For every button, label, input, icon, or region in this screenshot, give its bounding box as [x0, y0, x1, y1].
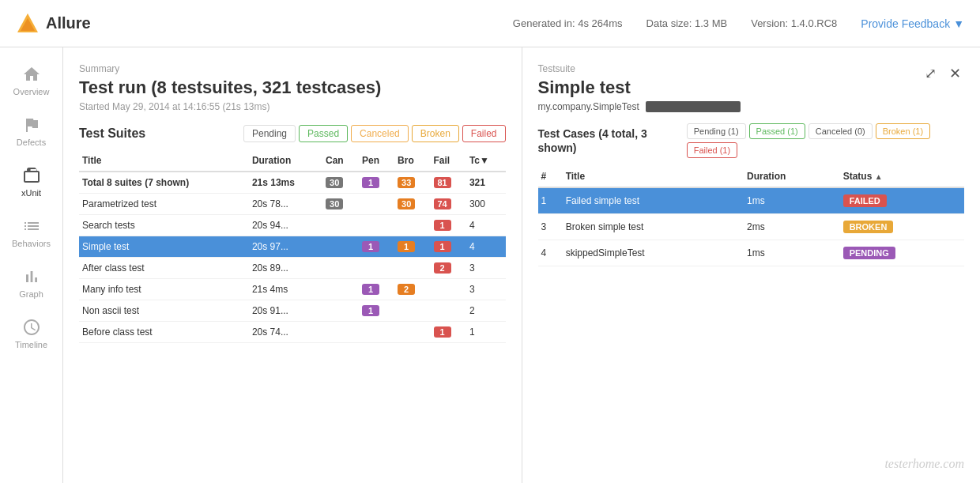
suites-title: Test Suites [79, 126, 145, 141]
col-tc: Tc▼ [466, 150, 506, 172]
suite-title[interactable]: After class test [79, 258, 249, 279]
test-cases-table: # Title Duration Status ▲ 1Failed simple… [538, 166, 965, 266]
clock-icon [22, 318, 41, 337]
filter-broken-btn[interactable]: Broken [412, 125, 459, 142]
allure-logo-icon [16, 12, 40, 36]
right-title-section: Testsuite Simple test my.company.SimpleT… [538, 63, 741, 123]
suite-pen: 1 [359, 236, 394, 258]
content-area: Summary Test run (8 testsuites, 321 test… [63, 47, 980, 483]
col-can: Can [322, 150, 359, 172]
suite-fail: 1 [431, 215, 466, 236]
right-filter-broken-btn[interactable]: Broken (1) [876, 123, 930, 139]
list-icon [22, 217, 41, 236]
data-size: Data size: 1.3 MB [646, 17, 728, 29]
suite-tc: 300 [466, 194, 506, 215]
suite-fail [431, 279, 466, 300]
tc-num: 1 [538, 187, 563, 214]
suite-tc: 3 [466, 279, 506, 300]
col-tc-title: Title [563, 166, 744, 187]
right-panel: Testsuite Simple test my.company.SimpleT… [522, 47, 981, 483]
suite-fail: 81 [431, 172, 466, 194]
right-filter-canceled-btn[interactable]: Canceled (0) [808, 123, 873, 139]
sidebar-item-overview[interactable]: Overview [0, 55, 62, 106]
suites-header: Test Suites Pending Passed Canceled Brok… [79, 125, 506, 142]
suite-duration: 20s 89... [249, 258, 322, 279]
col-duration: Duration [249, 150, 322, 172]
suite-tc: 321 [466, 172, 506, 194]
run-started: Started May 29, 2014 at 14:16:55 (21s 13… [79, 101, 506, 112]
suite-pen [359, 258, 394, 279]
suite-bro [394, 215, 430, 236]
suite-bro: 1 [394, 236, 430, 258]
right-panel-actions: ⤢ ✕ [922, 63, 964, 84]
subtitle-bar [646, 101, 741, 112]
suite-can [322, 258, 359, 279]
run-title: Test run (8 testsuites, 321 testcases) [79, 77, 506, 98]
version: Version: 1.4.0.RC8 [751, 17, 837, 29]
right-filter-pending-btn[interactable]: Pending (1) [687, 123, 746, 139]
suite-title[interactable]: Simple test [79, 236, 249, 258]
summary-label: Summary [79, 63, 506, 74]
suite-pen: 1 [359, 279, 394, 300]
suite-bro [394, 322, 430, 343]
suite-duration: 20s 74... [249, 322, 322, 343]
suite-fail [431, 300, 466, 322]
suite-title[interactable]: Non ascii test [79, 300, 249, 322]
suite-can [322, 215, 359, 236]
watermark: testerhome.com [884, 457, 964, 471]
right-header: Testsuite Simple test my.company.SimpleT… [538, 63, 965, 123]
expand-btn[interactable]: ⤢ [922, 63, 940, 84]
suite-title[interactable]: Parametrized test [79, 194, 249, 215]
right-filter-failed-btn[interactable]: Failed (1) [687, 142, 737, 158]
suites-table: Title Duration Can Pen Bro Fail Tc▼ Tota… [79, 150, 506, 343]
suite-title[interactable]: Total 8 suites (7 shown) [79, 172, 249, 194]
suite-duration: 20s 94... [249, 215, 322, 236]
close-btn[interactable]: ✕ [946, 63, 964, 84]
suite-tc: 1 [466, 322, 506, 343]
tc-num: 3 [538, 214, 563, 240]
sidebar-item-xunit[interactable]: xUnit [0, 157, 62, 207]
tc-title[interactable]: skippedSimpleTest [563, 240, 744, 266]
suite-title[interactable]: Many info test [79, 279, 249, 300]
suite-can [322, 322, 359, 343]
tc-title[interactable]: Broken simple test [563, 214, 744, 240]
suite-tc: 4 [466, 236, 506, 258]
tc-num: 4 [538, 240, 563, 266]
sidebar-item-behaviors[interactable]: Behaviors [0, 207, 62, 258]
suite-pen [359, 215, 394, 236]
suite-tc: 3 [466, 258, 506, 279]
provide-feedback-link[interactable]: Provide Feedback ▼ [861, 17, 964, 30]
suite-bro: 30 [394, 194, 430, 215]
tc-status: BROKEN [840, 214, 964, 240]
suite-title[interactable]: Search tests [79, 215, 249, 236]
suite-duration: 20s 78... [249, 194, 322, 215]
tc-duration: 2ms [744, 214, 840, 240]
header-meta: Generated in: 4s 264ms Data size: 1.3 MB… [513, 17, 964, 30]
filter-passed-btn[interactable]: Passed [299, 125, 348, 142]
right-filter-passed-btn[interactable]: Passed (1) [749, 123, 805, 139]
tc-status: PENDING [840, 240, 964, 266]
filter-failed-btn[interactable]: Failed [462, 125, 506, 142]
suite-can: 30 [322, 194, 359, 215]
col-tc-duration: Duration [744, 166, 840, 187]
suite-pen: 1 [359, 300, 394, 322]
test-cases-title: Test Cases (4 total, 3 shown) [538, 126, 679, 155]
suite-can [322, 279, 359, 300]
sidebar-item-graph[interactable]: Graph [0, 258, 62, 308]
tc-duration: 1ms [744, 240, 840, 266]
suite-title[interactable]: Before class test [79, 322, 249, 343]
suite-fail: 1 [431, 236, 466, 258]
suite-can: 30 [322, 172, 359, 194]
filter-canceled-btn[interactable]: Canceled [351, 125, 409, 142]
testsuite-subtitle: my.company.SimpleTest [538, 101, 741, 112]
right-filter-buttons: Pending (1) Passed (1) Canceled (0) Brok… [687, 123, 964, 158]
main-layout: Overview Defects xUnit Behaviors Graph T… [0, 47, 980, 483]
filter-pending-btn[interactable]: Pending [243, 125, 296, 142]
tc-title[interactable]: Failed simple test [563, 187, 744, 214]
col-num: # [538, 166, 563, 187]
testsuite-label: Testsuite [538, 63, 741, 74]
sidebar-item-timeline[interactable]: Timeline [0, 308, 62, 359]
briefcase-icon [22, 166, 41, 185]
sidebar-item-defects[interactable]: Defects [0, 106, 62, 157]
suite-duration: 21s 13ms [249, 172, 322, 194]
